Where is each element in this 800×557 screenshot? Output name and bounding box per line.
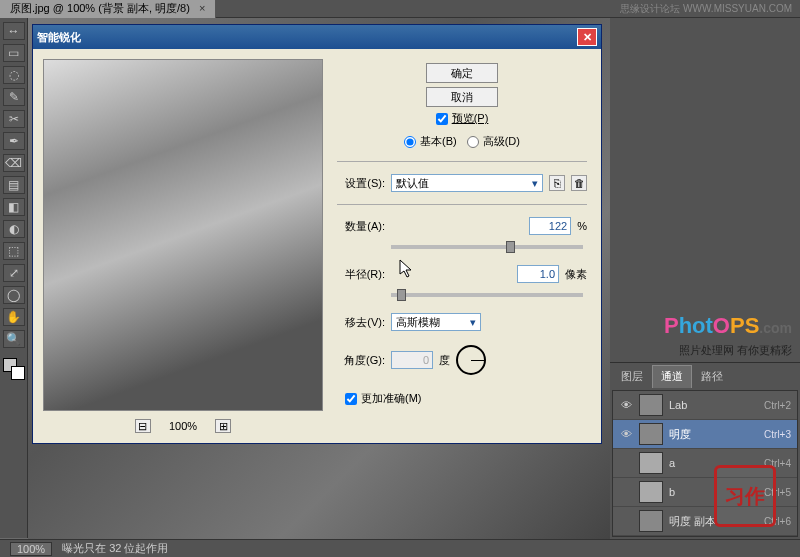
photops-tagline: 照片处理网 有你更精彩 <box>610 343 800 362</box>
angle-dial[interactable] <box>456 345 486 375</box>
channel-shortcut: Ctrl+3 <box>764 429 791 440</box>
tool-zoom[interactable]: 🔍 <box>3 330 25 348</box>
radius-label: 半径(R): <box>337 267 385 282</box>
tool-brush[interactable]: ✒ <box>3 132 25 150</box>
more-accurate-checkbox[interactable]: 更加准确(M) <box>345 391 587 406</box>
photops-logo: PhotOPS.com <box>664 313 792 339</box>
visibility-icon[interactable]: 👁 <box>619 398 633 412</box>
channel-row[interactable]: 👁 明度 Ctrl+3 <box>613 420 797 449</box>
tab-channels[interactable]: 通道 <box>652 365 692 388</box>
tool-crop[interactable]: ✂ <box>3 110 25 128</box>
channel-name: 明度 <box>669 427 758 442</box>
preview-checkbox-input[interactable] <box>436 113 448 125</box>
channel-shortcut: Ctrl+2 <box>764 400 791 411</box>
settings-value: 默认值 <box>396 176 429 191</box>
close-icon[interactable]: ✕ <box>577 28 597 46</box>
channel-row[interactable]: 👁 Lab Ctrl+2 <box>613 391 797 420</box>
zoom-in-button[interactable]: ⊞ <box>215 419 231 433</box>
remove-label: 移去(V): <box>337 315 385 330</box>
radius-unit: 像素 <box>565 267 587 282</box>
channel-name: Lab <box>669 399 758 411</box>
tool-dodge[interactable]: ◧ <box>3 198 25 216</box>
seal-stamp: 习作 <box>714 465 776 527</box>
smart-sharpen-dialog: 智能锐化 ✕ ⊟ 100% ⊞ 确定 取消 预览(P) 基本(B) 高级(D <box>32 24 602 444</box>
channel-thumb <box>639 452 663 474</box>
delete-preset-icon[interactable]: 🗑 <box>571 175 587 191</box>
preview-pane: ⊟ 100% ⊞ <box>43 59 323 433</box>
visibility-icon[interactable] <box>619 456 633 470</box>
visibility-icon[interactable] <box>619 485 633 499</box>
remove-value: 高斯模糊 <box>396 315 440 330</box>
visibility-icon[interactable] <box>619 514 633 528</box>
preview-checkbox-label: 预览(P) <box>452 111 489 126</box>
dialog-title: 智能锐化 <box>37 30 81 45</box>
amount-label: 数量(A): <box>337 219 385 234</box>
tool-lasso[interactable]: ◌ <box>3 66 25 84</box>
channel-thumb <box>639 394 663 416</box>
color-swatch[interactable] <box>3 358 25 380</box>
preview-checkbox[interactable]: 预览(P) <box>436 111 489 126</box>
tool-hand[interactable]: ✋ <box>3 308 25 326</box>
status-zoom[interactable]: 100% <box>10 542 52 556</box>
close-tab-icon[interactable]: × <box>199 2 205 14</box>
basic-radio[interactable]: 基本(B) <box>404 134 457 149</box>
settings-label: 设置(S): <box>337 176 385 191</box>
radius-input[interactable]: 1.0 <box>517 265 559 283</box>
angle-input: 0 <box>391 351 433 369</box>
document-tab[interactable]: 原图.jpg @ 100% (背景 副本, 明度/8) × <box>0 0 216 18</box>
tool-marquee[interactable]: ▭ <box>3 44 25 62</box>
right-panels: PhotOPS.com 照片处理网 有你更精彩 图层 通道 路径 👁 Lab C… <box>610 18 800 539</box>
tab-paths[interactable]: 路径 <box>692 365 732 388</box>
tool-shape[interactable]: ◯ <box>3 286 25 304</box>
mouse-cursor <box>400 260 416 282</box>
channel-thumb <box>639 481 663 503</box>
status-bar: 100% 曝光只在 32 位起作用 <box>0 539 800 557</box>
channel-thumb <box>639 423 663 445</box>
visibility-icon[interactable]: 👁 <box>619 427 633 441</box>
status-text: 曝光只在 32 位起作用 <box>62 541 168 556</box>
ok-button[interactable]: 确定 <box>426 63 498 83</box>
tool-eraser[interactable]: ⌫ <box>3 154 25 172</box>
angle-label: 角度(G): <box>337 353 385 368</box>
chevron-down-icon: ▾ <box>532 177 538 190</box>
advanced-radio[interactable]: 高级(D) <box>467 134 520 149</box>
toolbox: ↔ ▭ ◌ ✎ ✂ ✒ ⌫ ▤ ◧ ◐ ⬚ ⤢ ◯ ✋ 🔍 <box>0 18 28 538</box>
tool-move[interactable]: ↔ <box>3 22 25 40</box>
channel-thumb <box>639 510 663 532</box>
watermark-top: 思缘设计论坛 WWW.MISSYUAN.COM <box>620 2 792 16</box>
preview-image[interactable] <box>43 59 323 411</box>
tool-gradient[interactable]: ▤ <box>3 176 25 194</box>
tool-text[interactable]: ⬚ <box>3 242 25 260</box>
zoom-value: 100% <box>169 420 197 432</box>
amount-input[interactable]: 122 <box>529 217 571 235</box>
remove-select[interactable]: 高斯模糊▾ <box>391 313 481 331</box>
save-preset-icon[interactable]: ⎘ <box>549 175 565 191</box>
tool-path[interactable]: ⤢ <box>3 264 25 282</box>
cancel-button[interactable]: 取消 <box>426 87 498 107</box>
zoom-out-button[interactable]: ⊟ <box>135 419 151 433</box>
settings-select[interactable]: 默认值▾ <box>391 174 543 192</box>
amount-unit: % <box>577 220 587 232</box>
chevron-down-icon: ▾ <box>470 316 476 329</box>
document-title: 原图.jpg @ 100% (背景 副本, 明度/8) <box>10 2 190 14</box>
dialog-titlebar[interactable]: 智能锐化 ✕ <box>33 25 601 49</box>
tab-layers[interactable]: 图层 <box>612 365 652 388</box>
radius-slider[interactable] <box>391 293 583 297</box>
angle-unit: 度 <box>439 353 450 368</box>
tool-wand[interactable]: ✎ <box>3 88 25 106</box>
tool-pen[interactable]: ◐ <box>3 220 25 238</box>
amount-slider[interactable] <box>391 245 583 249</box>
